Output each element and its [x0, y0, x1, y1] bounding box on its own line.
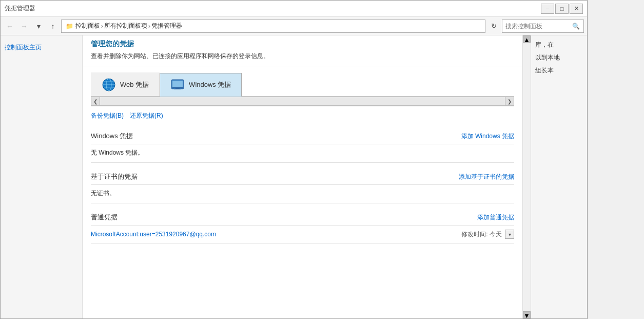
credential-name[interactable]: MicrosoftAccount:user=2531920967@qq.com: [91, 231, 216, 238]
windows-credentials-section: Windows 凭据 添加 Windows 凭据 无 Windows 凭据。: [83, 125, 522, 166]
credential-meta: 修改时间: 今天 ▾: [461, 230, 514, 239]
tab-windows-credentials[interactable]: Windows 凭据: [160, 73, 242, 97]
title-controls: − □ ✕: [541, 4, 583, 14]
sidebar: 控制面板主页: [1, 35, 83, 318]
breadcrumb-sep2: ›: [148, 23, 150, 30]
scroll-track[interactable]: [100, 97, 505, 106]
restore-link[interactable]: 还原凭据(R): [130, 111, 163, 120]
sidebar-home-link[interactable]: 控制面板主页: [5, 42, 78, 53]
scrollbar-up-button[interactable]: ▲: [523, 35, 531, 43]
search-icon: 🔍: [572, 23, 580, 30]
windows-icon: [170, 78, 185, 92]
scrollbar-down-button[interactable]: ▼: [523, 311, 531, 318]
tab-web-label: Web 凭据: [120, 80, 149, 89]
cert-cred-header: 基于证书的凭据 添加基于证书的凭据: [91, 169, 514, 185]
address-path: 📁 控制面板 › 所有控制面板项 › 凭据管理器: [61, 20, 485, 33]
main-panel: 管理您的凭据 查看并删除你为网站、已连接的应用程序和网络保存的登录信息。: [83, 35, 522, 318]
add-generic-cred-link[interactable]: 添加普通凭据: [477, 213, 514, 222]
address-bar: ← → ▾ ↑ 📁 控制面板 › 所有控制面板项 › 凭据管理器 ↻ 🔍: [1, 17, 587, 35]
tab-web-credentials[interactable]: Web 凭据: [91, 72, 160, 96]
generic-cred-header: 普通凭据 添加普通凭据: [91, 210, 514, 226]
scrollbar-track[interactable]: [523, 43, 531, 311]
title-bar-text: 凭据管理器: [5, 4, 541, 13]
right-panel-line-1: 库，在: [535, 41, 583, 49]
globe-icon: [102, 78, 116, 92]
right-panel-line-2: 以到本地: [535, 53, 583, 62]
panel-header: 管理您的凭据 查看并删除你为网站、已连接的应用程序和网络保存的登录信息。: [83, 35, 522, 66]
svg-rect-8: [175, 88, 180, 89]
cert-credentials-section: 基于证书的凭据 添加基于证书的凭据 无证书。: [83, 166, 522, 207]
content-area: 控制面板主页 管理您的凭据 查看并删除你为网站、已连接的应用程序和网络保存的登录…: [1, 35, 587, 318]
refresh-button[interactable]: ↻: [487, 20, 500, 32]
minimize-button[interactable]: −: [541, 4, 554, 14]
vertical-scrollbar: ▲ ▼: [522, 35, 531, 318]
horizontal-scrollbar: ❮ ❯: [91, 97, 514, 106]
title-bar: 凭据管理器 − □ ✕: [1, 1, 587, 17]
svg-rect-7: [172, 87, 183, 88]
cert-cred-title: 基于证书的凭据: [91, 172, 138, 181]
tab-windows-label: Windows 凭据: [189, 80, 231, 89]
windows-cred-empty: 无 Windows 凭据。: [91, 144, 514, 163]
panel-description: 查看并删除你为网站、已连接的应用程序和网络保存的登录信息。: [91, 52, 514, 61]
scroll-left-arrow[interactable]: ❮: [91, 97, 100, 106]
credential-modified: 修改时间: 今天: [461, 230, 502, 239]
expand-button[interactable]: ▾: [505, 230, 514, 239]
svg-rect-9: [174, 89, 181, 89]
credential-tabs: Web 凭据 Windows 凭据: [91, 72, 514, 97]
add-cert-cred-link[interactable]: 添加基于证书的凭据: [459, 173, 514, 181]
dropdown-button[interactable]: ▾: [32, 20, 45, 32]
backup-link[interactable]: 备份凭据(B): [91, 111, 124, 120]
close-button[interactable]: ✕: [570, 4, 583, 14]
right-panel-line-3: 组长本: [535, 66, 583, 75]
up-button[interactable]: ↑: [47, 20, 59, 32]
breadcrumb-sep1: ›: [101, 23, 103, 30]
breadcrumb-all-items[interactable]: 所有控制面板项: [104, 22, 147, 30]
maximize-button[interactable]: □: [555, 4, 569, 14]
breadcrumb-current: 凭据管理器: [151, 22, 182, 30]
svg-rect-6: [172, 81, 183, 87]
scroll-right-arrow[interactable]: ❯: [505, 97, 514, 106]
windows-cred-header: Windows 凭据 添加 Windows 凭据: [91, 128, 514, 144]
add-windows-cred-link[interactable]: 添加 Windows 凭据: [461, 132, 514, 141]
forward-button[interactable]: →: [18, 20, 30, 32]
windows-cred-title: Windows 凭据: [91, 132, 133, 141]
table-row: MicrosoftAccount:user=2531920967@qq.com …: [91, 226, 514, 243]
actions-row: 备份凭据(B) 还原凭据(R): [83, 106, 522, 125]
back-button[interactable]: ←: [4, 20, 16, 32]
generic-cred-title: 普通凭据: [91, 213, 118, 222]
generic-credentials-section: 普通凭据 添加普通凭据 MicrosoftAccount:user=253192…: [83, 207, 522, 247]
search-input[interactable]: [505, 23, 572, 30]
panel-title: 管理您的凭据: [91, 40, 514, 49]
cert-cred-empty: 无证书。: [91, 185, 514, 203]
search-box: 🔍: [502, 20, 584, 33]
right-panel: 库，在 以到本地 组长本: [531, 35, 587, 318]
breadcrumb-controlpanel[interactable]: 控制面板: [75, 22, 100, 30]
